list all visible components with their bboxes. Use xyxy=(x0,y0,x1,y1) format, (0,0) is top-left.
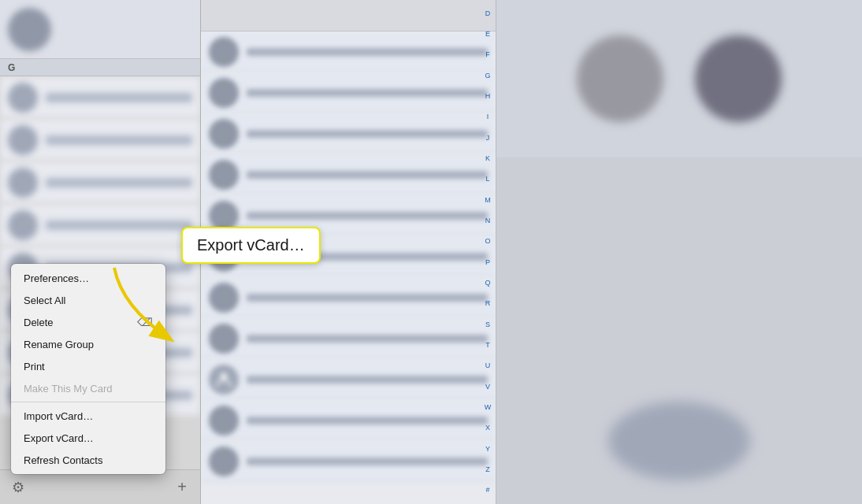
detail-panel xyxy=(496,0,862,504)
middle-contact-row[interactable] xyxy=(201,277,496,318)
alpha-letter-r[interactable]: R xyxy=(485,300,491,307)
detail-avatar-1 xyxy=(577,35,663,122)
export-vcard-callout: Export vCard… xyxy=(181,227,321,264)
sidebar-bottom-bar: ⚙ + xyxy=(0,469,200,504)
gear-icon[interactable]: ⚙ xyxy=(9,479,27,496)
alpha-letter-g[interactable]: G xyxy=(485,72,490,80)
app-container: G ⚙ + xyxy=(0,0,862,504)
alpha-letter-z[interactable]: Z xyxy=(485,466,490,473)
menu-item-make-my-card[interactable]: Make This My Card xyxy=(11,377,165,399)
alpha-letter-o[interactable]: O xyxy=(485,238,490,245)
alpha-letter-e[interactable]: E xyxy=(485,31,490,38)
alpha-letter-v[interactable]: V xyxy=(485,384,490,391)
middle-contact-row[interactable] xyxy=(201,72,496,113)
alpha-letter-l[interactable]: L xyxy=(485,176,489,183)
alpha-letter-w[interactable]: W xyxy=(485,404,492,411)
alpha-letter-u[interactable]: U xyxy=(485,362,491,369)
alpha-letter-p[interactable]: P xyxy=(485,259,490,266)
middle-contact-row[interactable] xyxy=(201,32,496,72)
middle-top-section xyxy=(201,0,496,32)
middle-contact-row[interactable] xyxy=(201,318,496,359)
person-icon xyxy=(209,365,239,395)
middle-contact-rows xyxy=(201,32,496,504)
menu-item-export-vcard[interactable]: Export vCard… xyxy=(11,427,165,449)
svg-point-0 xyxy=(221,372,228,380)
alpha-letter-k[interactable]: K xyxy=(485,155,490,162)
alpha-letter-m[interactable]: M xyxy=(485,197,491,204)
middle-contact-row[interactable] xyxy=(201,113,496,154)
alpha-index: D E F G H I J K L M N O P Q R S T U V W … xyxy=(480,0,496,504)
menu-item-print[interactable]: Print xyxy=(11,355,165,377)
contact-row[interactable] xyxy=(0,76,200,119)
detail-bottom-section xyxy=(496,158,862,504)
middle-contact-row[interactable] xyxy=(201,441,496,482)
alpha-letter-h[interactable]: H xyxy=(485,93,491,100)
alpha-letter-f[interactable]: F xyxy=(485,51,490,58)
alpha-letter-i[interactable]: I xyxy=(487,113,489,120)
menu-item-import-vcard[interactable]: Import vCard… xyxy=(11,405,165,427)
alpha-letter-s[interactable]: S xyxy=(485,321,490,328)
contact-row[interactable] xyxy=(0,204,200,246)
detail-avatar-3 xyxy=(608,402,750,480)
add-contact-icon[interactable]: + xyxy=(173,479,191,496)
menu-item-refresh-contacts[interactable]: Refresh Contacts xyxy=(11,449,165,471)
top-avatar xyxy=(8,8,51,51)
callout-arrow xyxy=(106,260,201,358)
alpha-letter-x[interactable]: X xyxy=(485,424,490,432)
alpha-letter-q[interactable]: Q xyxy=(485,280,490,287)
middle-contact-row[interactable] xyxy=(201,400,496,441)
alpha-letter-j[interactable]: J xyxy=(486,135,490,142)
alpha-letter-d[interactable]: D xyxy=(485,10,491,17)
middle-contact-row[interactable] xyxy=(201,154,496,195)
alpha-letter-t[interactable]: T xyxy=(485,342,490,349)
detail-avatar-2 xyxy=(695,35,782,122)
alpha-letter-n[interactable]: N xyxy=(485,217,491,224)
contact-row[interactable] xyxy=(0,161,200,204)
alpha-letter-hash[interactable]: # xyxy=(485,487,489,494)
section-label: G xyxy=(8,62,15,73)
menu-divider xyxy=(11,402,165,402)
detail-top-section xyxy=(496,0,862,158)
middle-contact-row-person[interactable] xyxy=(201,359,496,400)
alpha-letter-y[interactable]: Y xyxy=(485,446,490,453)
section-header-g: G xyxy=(0,59,200,76)
contact-row[interactable] xyxy=(0,119,200,161)
top-contact-row xyxy=(0,0,200,59)
